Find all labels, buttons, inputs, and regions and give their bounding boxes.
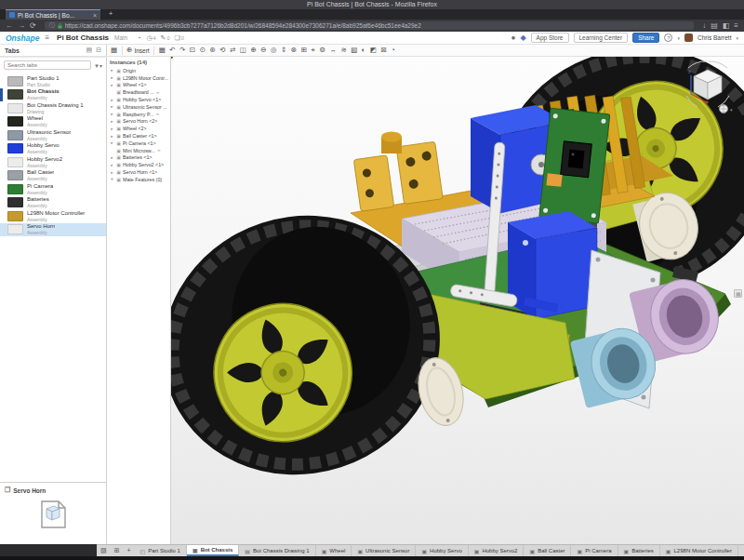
document-tab[interactable]: ▣ Batteries — [618, 545, 660, 556]
mirror-icon[interactable]: ◩ — [370, 45, 377, 56]
expand-arrow-icon[interactable]: ▸ — [110, 155, 114, 160]
instance-row[interactable]: ▣ Breadboard ... ∞ — [110, 88, 170, 96]
filter-icon[interactable]: ▼▾ — [94, 62, 102, 69]
robot-assembly-render[interactable] — [171, 57, 744, 544]
forward-button[interactable]: → — [18, 20, 25, 32]
url-bar[interactable]: ⓘ https://cad.onshape.com/documents/4996… — [45, 21, 695, 30]
expand-arrow-icon[interactable]: ▸ — [110, 83, 114, 87]
document-tab[interactable]: ▤ Bot Chassis Drawing 1 — [239, 545, 315, 556]
planar-mate-icon[interactable]: ◫ — [240, 45, 246, 56]
share-button[interactable]: Share — [632, 33, 659, 43]
tabs-list-item[interactable]: Ball Caster Assembly — [0, 169, 106, 183]
instance-row[interactable]: ▸ ▣ Hobby Servo2 <1> — [110, 161, 170, 168]
document-tab[interactable]: ▣ Wheel — [316, 545, 352, 556]
document-tab[interactable]: ▣ Hobby Servo2 — [469, 545, 525, 556]
close-tab-icon[interactable]: × — [93, 10, 97, 20]
expand-arrow-icon[interactable]: ▸ — [110, 140, 114, 145]
instance-row[interactable]: ▸ ▣ Pi Camera <1> — [110, 140, 170, 147]
select-icon[interactable]: ⊡ — [190, 45, 195, 56]
viewport-panel-handle[interactable] — [734, 289, 742, 298]
view-menu-caret-icon[interactable]: ▾ — [730, 107, 733, 113]
list-view-icon[interactable]: ▤ — [86, 47, 93, 54]
pin-slot-mate-icon[interactable]: ⊖ — [260, 45, 266, 56]
header-badge[interactable]: ◔ — [137, 34, 141, 42]
expand-arrow-icon[interactable]: ▸ — [110, 119, 114, 124]
browser-tab[interactable]: Pi Bot Chassis | Bo... × — [6, 9, 100, 20]
learning-center-button[interactable]: Learning Center — [574, 33, 629, 43]
expand-arrow-icon[interactable]: ▸ — [110, 163, 114, 167]
tabs-list-item[interactable]: Bot Chassis Drawing 1 Drawing — [0, 101, 106, 115]
collapse-panel-icon[interactable]: ⊟ — [96, 47, 101, 54]
tabs-list-item[interactable]: Batteries Assembly — [0, 196, 106, 210]
avatar[interactable] — [684, 33, 693, 42]
header-badge[interactable]: ❏ 0 — [175, 34, 184, 42]
comments-icon[interactable]: ● — [512, 33, 516, 42]
rack-pinion-icon[interactable]: ↔ — [329, 45, 337, 56]
search-input[interactable] — [4, 60, 91, 70]
expand-arrow-icon[interactable]: ▸ — [110, 98, 114, 102]
expand-arrow-icon[interactable]: ▸ — [110, 127, 114, 131]
show-all-tabs-icon[interactable]: ▨ — [97, 545, 111, 556]
expand-arrow-icon[interactable]: ▸ — [110, 170, 114, 175]
expand-arrow-icon[interactable]: ▸ — [110, 75, 114, 80]
instance-row[interactable]: ▸ ▣ Servo Horn <2> — [110, 118, 170, 126]
app-store-button[interactable]: App Store — [531, 33, 569, 43]
library-icon[interactable]: ▤ — [711, 20, 718, 32]
panel-toggle-icon[interactable]: ▦ — [111, 45, 117, 56]
tabs-list-item[interactable]: Part Studio 1 Part Studio — [0, 74, 106, 88]
new-tab-button[interactable]: + — [104, 9, 117, 20]
expand-arrow-icon[interactable]: ▸ — [110, 112, 114, 116]
document-tab[interactable]: ▣ L298N Motor Controller — [660, 545, 738, 556]
instance-row[interactable]: ▸ ▣ Raspberry P... ∞ — [110, 111, 170, 118]
tabs-list-item[interactable]: Hobby Servo Assembly — [0, 142, 106, 156]
add-tab-icon[interactable]: + — [124, 545, 135, 556]
expand-arrow-icon[interactable]: ▸ — [110, 134, 114, 139]
hobby-servo-front[interactable] — [508, 211, 597, 319]
cylindrical-mate-icon[interactable]: ⊕ — [250, 45, 256, 56]
instance-row[interactable]: ▸ ▣ Ultrasonic Sensor ... — [110, 103, 170, 111]
display-states-icon[interactable]: ◔ — [391, 45, 395, 56]
instance-row[interactable]: ▾ ▣ Mate Features (0) — [110, 176, 170, 183]
reload-button[interactable]: ⟳ — [30, 20, 36, 32]
workspace-label[interactable]: Main — [114, 34, 127, 41]
document-menu-icon[interactable]: ≡ — [45, 33, 49, 42]
instance-row[interactable]: ▸ ▣ Batteries <1> — [110, 154, 170, 162]
document-tab[interactable]: ◰ Part Studio 1 — [135, 545, 187, 556]
help-button[interactable]: ? — [664, 33, 672, 42]
expand-arrow-icon[interactable]: ▸ — [110, 68, 114, 73]
expand-arrow-icon[interactable]: ▾ — [110, 177, 114, 181]
sidebar-icon[interactable]: ◧ — [723, 20, 730, 32]
site-info-icon[interactable]: ⓘ — [49, 21, 55, 30]
tabs-list-item[interactable]: Bot Chassis Assembly — [0, 88, 106, 102]
parallel-mate-icon[interactable]: ⇕ — [281, 45, 286, 56]
instance-row[interactable]: ▸ ▣ Wheel <2> — [110, 125, 170, 132]
back-button[interactable]: ← — [6, 20, 13, 32]
header-badge[interactable]: ◷ 4 — [146, 34, 155, 42]
explode-icon[interactable]: ⊠ — [380, 45, 386, 56]
tabs-list-item[interactable]: Servo Horn Assembly — [0, 223, 106, 237]
ultrasonic-sensor[interactable] — [570, 250, 726, 409]
user-name[interactable]: Chris Barrett — [698, 34, 731, 41]
pi-camera[interactable] — [539, 108, 610, 223]
redo-icon[interactable]: ↷ — [179, 45, 185, 56]
fastened-mate-icon[interactable]: ⊛ — [209, 45, 215, 56]
undo-icon[interactable]: ↶ — [169, 45, 175, 56]
document-tab[interactable]: ▣ Bot Chassis — [187, 545, 239, 556]
tabs-list-item[interactable]: Ultrasonic Sensor Assembly — [0, 128, 106, 142]
group-icon[interactable]: ⊞ — [301, 45, 307, 56]
instance-row[interactable]: ▸ ▣ Ball Caster <1> — [110, 132, 170, 140]
instance-row[interactable]: ▣ Mini Microsw... ∞ — [110, 147, 170, 154]
document-tab[interactable]: ▣ Servo Horn — [738, 545, 744, 556]
instance-row[interactable]: ▸ ▣ Hobby Servo <1> — [110, 96, 170, 103]
instance-row[interactable]: ▸ ▣ Servo Horn <1> — [110, 168, 170, 176]
instance-row[interactable]: ▸ ▣ Origin — [110, 67, 170, 74]
ball-mate-icon[interactable]: ◎ — [271, 45, 277, 56]
tabs-list-item[interactable]: Wheel Assembly — [0, 115, 106, 129]
document-tab[interactable]: ▣ Ultrasonic Sensor — [352, 545, 416, 556]
document-tab[interactable]: ▣ Hobby Servo — [416, 545, 468, 556]
mate-icon[interactable]: ⊙ — [200, 45, 206, 56]
circular-pattern-icon[interactable]: ◐ — [362, 45, 366, 56]
document-tab[interactable]: ▣ Ball Caster — [524, 545, 571, 556]
tabs-list-item[interactable]: Hobby Servo2 Assembly — [0, 155, 106, 169]
revolute-mate-icon[interactable]: ⟲ — [219, 45, 225, 56]
